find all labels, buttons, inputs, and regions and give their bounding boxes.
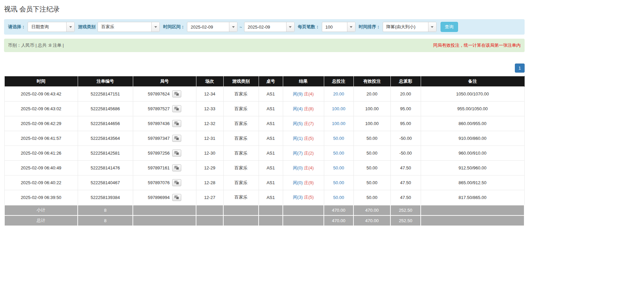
banker-result: 庄(4) xyxy=(304,165,314,170)
page-size-dropdown[interactable]: 100 xyxy=(322,22,355,32)
round-number: 597897256 xyxy=(148,151,169,156)
date-from-picker[interactable]: 2025-02-09 xyxy=(187,22,237,32)
col-header-time: 时间 xyxy=(4,76,78,87)
chevron-down-icon[interactable] xyxy=(66,22,74,32)
bet-id-cell: 522258141476 xyxy=(78,161,133,175)
subtotal-empty-cell xyxy=(283,205,324,215)
select-type-dropdown[interactable]: 日期查询 xyxy=(28,22,75,32)
view-cards-button[interactable] xyxy=(172,135,181,142)
caret-glyph xyxy=(350,26,352,28)
note-cell: 817.50/865.00 xyxy=(421,190,524,205)
note-cell: 955.00/1050.00 xyxy=(421,102,524,116)
game-type-cell: 百家乐 xyxy=(223,175,259,190)
valid-bet-cell: 50.00 xyxy=(353,161,390,175)
date-from-value: 2025-02-09 xyxy=(187,22,229,32)
table-number-cell: AS1 xyxy=(259,131,283,146)
table-body: 2025-02-09 06:43:42 522258147151 5978976… xyxy=(4,87,524,205)
total-count: 8 xyxy=(78,215,133,226)
player-result: 闲(5) xyxy=(293,121,303,126)
game-type-cell: 百家乐 xyxy=(223,146,259,161)
cards-icon xyxy=(174,121,179,126)
view-cards-button[interactable] xyxy=(172,194,181,201)
search-button[interactable]: 查询 xyxy=(441,22,458,32)
result-cell: 闲(1)庄(5) xyxy=(283,131,324,146)
total-bet-link[interactable]: 20.00 xyxy=(333,91,344,96)
session-cell: 12-30 xyxy=(196,146,223,161)
caret-glyph xyxy=(431,26,433,28)
bet-id-cell: 522258144656 xyxy=(78,116,133,131)
banker-result: 庄(8) xyxy=(304,106,314,111)
game-type-dropdown[interactable]: 百家乐 xyxy=(98,22,160,32)
chevron-down-icon[interactable] xyxy=(286,22,294,32)
game-type-cell: 百家乐 xyxy=(223,131,259,146)
table-row: 2025-02-09 06:43:42 522258147151 5978976… xyxy=(4,87,524,102)
round-number: 597897436 xyxy=(148,121,169,126)
total-empty-cell xyxy=(259,215,283,226)
view-cards-button[interactable] xyxy=(172,179,181,186)
cards-icon xyxy=(174,92,179,96)
player-result: 闲(4) xyxy=(293,106,303,111)
page-button-1[interactable]: 1 xyxy=(515,64,525,73)
banker-result: 庄(5) xyxy=(304,136,314,141)
chevron-down-icon[interactable] xyxy=(428,22,436,32)
time-cell: 2025-02-09 06:41:57 xyxy=(4,131,78,146)
result-cell: 闲(5)庄(7) xyxy=(283,116,324,131)
col-header-total-bet: 总投注 xyxy=(324,76,353,87)
note-cell: 860.00/955.00 xyxy=(421,116,524,131)
total-bet-link[interactable]: 50.00 xyxy=(333,195,344,200)
view-cards-button[interactable] xyxy=(172,164,181,171)
chevron-down-icon[interactable] xyxy=(229,22,237,32)
cards-icon xyxy=(174,195,179,200)
table-number-cell: AS1 xyxy=(259,190,283,205)
session-cell: 12-32 xyxy=(196,116,223,131)
total-empty-cell xyxy=(421,215,524,226)
note-cell: 910.00/860.00 xyxy=(421,131,524,146)
round-cell: 597897624 xyxy=(133,87,196,102)
view-cards-button[interactable] xyxy=(172,120,181,127)
session-cell: 12-28 xyxy=(196,175,223,190)
round-number: 597897161 xyxy=(148,165,169,170)
total-bet-cell: 50.00 xyxy=(324,161,353,175)
banker-result: 庄(4) xyxy=(304,91,314,96)
total-bet-link[interactable]: 50.00 xyxy=(333,165,344,170)
time-cell: 2025-02-09 06:39:50 xyxy=(4,190,78,205)
table-row: 2025-02-09 06:41:57 522258143564 5978973… xyxy=(4,131,524,146)
sort-order-value: 降冪(由大到小) xyxy=(383,22,428,32)
player-result: 闲(9) xyxy=(293,91,303,96)
date-to-picker[interactable]: 2025-02-09 xyxy=(244,22,295,32)
sort-order-label: 时间排序： xyxy=(359,24,381,30)
view-cards-button[interactable] xyxy=(172,90,181,97)
cards-icon xyxy=(174,166,179,170)
payout-cell: -50.00 xyxy=(390,146,421,161)
bet-records-table: 时间 注单编号 局号 场次 游戏类别 桌号 结果 总投注 有效投注 总派彩 备注… xyxy=(4,76,525,226)
total-bet-link[interactable]: 100.00 xyxy=(332,121,345,126)
view-cards-button[interactable] xyxy=(172,105,181,112)
bet-id-cell: 522258140467 xyxy=(78,175,133,190)
cards-icon xyxy=(174,136,179,140)
chevron-down-icon[interactable] xyxy=(347,22,355,32)
result-cell: 闲(0)庄(9) xyxy=(283,175,324,190)
round-number: 597897347 xyxy=(148,136,169,141)
subtotal-label: 小计 xyxy=(4,205,78,215)
table-row: 2025-02-09 06:40:49 522258141476 5978971… xyxy=(4,161,524,175)
table-number-cell: AS1 xyxy=(259,116,283,131)
total-row: 总计 8 470.00 470.00 252.50 xyxy=(4,215,524,226)
view-cards-button[interactable] xyxy=(172,150,181,157)
session-cell: 12-34 xyxy=(196,87,223,102)
date-to-value: 2025-02-09 xyxy=(244,22,286,32)
col-header-session: 场次 xyxy=(196,76,223,87)
cards-icon xyxy=(174,107,179,111)
banker-result: 庄(9) xyxy=(304,180,314,185)
game-type-cell: 百家乐 xyxy=(223,102,259,116)
player-result: 闲(1) xyxy=(293,136,303,141)
chevron-down-icon[interactable] xyxy=(151,22,159,32)
total-bet-link[interactable]: 50.00 xyxy=(333,136,344,141)
payout-cell: 20.00 xyxy=(390,87,421,102)
total-bet-link[interactable]: 50.00 xyxy=(333,151,344,156)
session-cell: 12-31 xyxy=(196,131,223,146)
total-bet-link[interactable]: 50.00 xyxy=(333,180,344,185)
total-bet-link[interactable]: 100.00 xyxy=(332,106,345,111)
table-row: 2025-02-09 06:43:02 522258145686 5978975… xyxy=(4,102,524,116)
game-type-cell: 百家乐 xyxy=(223,190,259,205)
sort-order-dropdown[interactable]: 降冪(由大到小) xyxy=(383,22,437,32)
